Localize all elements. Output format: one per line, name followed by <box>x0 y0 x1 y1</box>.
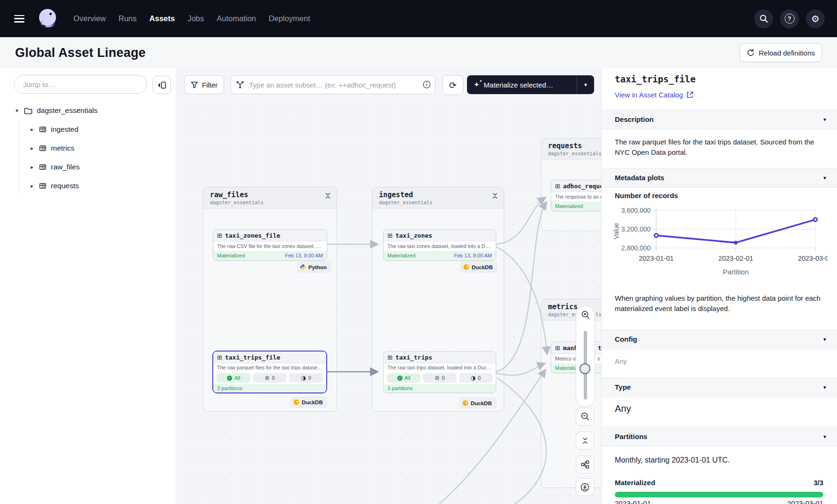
nav-item-deployment[interactable]: Deployment <box>269 14 310 23</box>
filter-label: Filter <box>202 81 217 89</box>
panel-collapse-icon <box>157 81 167 89</box>
search-icon <box>759 14 768 23</box>
asset-node-adhoc-request[interactable]: ⊞adhoc_request The response to an req Ma… <box>551 180 601 211</box>
view-in-asset-catalog-link[interactable]: View in Asset Catalog <box>615 91 693 99</box>
tree-item-raw-files[interactable]: ▸ raw_files <box>0 158 176 176</box>
section-metadata-plots[interactable]: Metadata plots ▾ <box>602 168 837 188</box>
jump-to-input[interactable] <box>14 75 147 94</box>
asset-name: taxi_zones <box>395 232 432 239</box>
group-name: ingested <box>379 191 497 199</box>
tree-item-metrics[interactable]: ▸ metrics <box>0 139 176 158</box>
badge-missing: ⊘0 <box>423 373 456 383</box>
sparkle-icon: ✦ <box>474 81 480 88</box>
half-circle-icon: ◑ <box>471 375 475 381</box>
lineage-graph: raw_files dagster_essentials ingested da… <box>176 68 601 504</box>
tree-item-ingested[interactable]: ▸ ingested <box>0 120 176 139</box>
materialization-time: Feb 13, 8:00 AM <box>285 251 323 260</box>
tech-tag-label: DuckDB <box>472 264 493 270</box>
collapse-group-icon[interactable] <box>325 192 331 199</box>
op-selection-icon <box>236 80 244 89</box>
section-type[interactable]: Type ▾ <box>602 377 837 397</box>
folder-icon <box>24 107 32 114</box>
status-badge: Materialized <box>555 201 583 211</box>
asset-node-taxi-trips[interactable]: ⊞taxi_trips The raw taxi trips dataset, … <box>383 351 496 393</box>
materialize-label: Materialize selected… <box>484 81 554 89</box>
materialize-main[interactable]: ✦ Materialize selected… <box>467 75 577 94</box>
search-button[interactable] <box>754 9 773 28</box>
refresh-button[interactable]: ⟳ <box>443 75 463 95</box>
partitions-count: 3 partitions <box>384 384 496 392</box>
nav-item-assets[interactable]: Assets <box>149 14 175 23</box>
badge-failed: ◑0 <box>459 373 492 383</box>
zoom-in-button[interactable] <box>576 310 595 320</box>
section-title: Metadata plots <box>615 174 664 182</box>
nav-items: Overview Runs Assets Jobs Automation Dep… <box>73 14 310 23</box>
collapse-group-icon[interactable] <box>492 192 498 199</box>
external-link-icon <box>686 91 693 98</box>
dagster-logo[interactable] <box>35 6 61 32</box>
zoom-out-icon <box>580 412 590 421</box>
settings-button[interactable]: ⚙ <box>806 9 825 28</box>
zoom-slider-panel <box>576 306 595 407</box>
slash-circle-icon: ⊘ <box>435 375 439 381</box>
materialization-time: Feb 13, 8:00 AM <box>454 251 492 260</box>
nav-item-overview[interactable]: Overview <box>73 14 106 23</box>
badge-materialized-all: ✓All <box>387 373 420 383</box>
caret-down-icon: ▾ <box>14 107 20 114</box>
materialized-count: 3/3 <box>813 479 823 487</box>
nav-item-runs[interactable]: Runs <box>119 14 137 23</box>
tech-tag-label: DuckDB <box>302 400 323 405</box>
tree-item-dagster-essentials[interactable]: ▾ dagster_essentials <box>0 101 176 120</box>
zoom-out-button[interactable] <box>576 408 594 425</box>
asset-node-taxi-zones[interactable]: ⊞taxi_zones The raw taxi zones dataset, … <box>383 229 496 261</box>
tree-item-label: raw_files <box>51 163 80 171</box>
config-value: Any <box>615 356 823 367</box>
section-partitions[interactable]: Partitions ▾ <box>602 427 837 447</box>
collapse-all-groups-button[interactable] <box>576 432 594 449</box>
number-of-records-chart: 2,800,0003,200,0003,600,0002023-01-01202… <box>611 203 828 279</box>
check-icon: ✓ <box>227 376 232 381</box>
badge-materialized-all: ✓All <box>217 373 250 383</box>
filter-button[interactable]: Filter <box>184 75 224 94</box>
caret-right-icon: ▸ <box>29 126 35 133</box>
tree-item-label: ingested <box>51 125 79 134</box>
help-button[interactable]: ? <box>780 9 799 28</box>
group-header: ingested dagster_essentials <box>372 187 504 208</box>
asset-group-tree: ▾ dagster_essentials ▸ ingested ▸ <box>0 101 176 195</box>
zoom-slider-handle[interactable] <box>579 363 590 374</box>
group-subtitle: dagster_essentials <box>210 200 330 205</box>
nav-item-jobs[interactable]: Jobs <box>187 14 204 23</box>
materialize-dropdown-button[interactable]: ▾ <box>577 75 594 94</box>
caret-right-icon: ▸ <box>29 145 35 152</box>
asset-description: The raw taxi zones dataset, loaded into … <box>384 241 496 251</box>
info-icon[interactable] <box>423 80 431 88</box>
asset-node-taxi-zones-file[interactable]: ⊞taxi_zones_file The raw CSV file for th… <box>213 229 327 261</box>
asset-description: The raw CSV file for the taxi zones data… <box>213 241 327 251</box>
menu-icon[interactable] <box>14 15 24 23</box>
layout-graph-button[interactable] <box>576 456 594 473</box>
description-text: The raw parquet files for the taxi trips… <box>615 137 823 158</box>
materialize-selected-button[interactable]: ✦ Materialize selected… ▾ <box>467 75 594 94</box>
badge-failed: ◑0 <box>289 373 323 383</box>
svg-text:Partition: Partition <box>723 268 748 276</box>
caret-down-icon: ▾ <box>823 168 826 187</box>
table-icon: ⊞ <box>555 345 560 351</box>
asset-node-taxi-trips-file-selected[interactable]: ⊞taxi_trips_file The raw parquet files f… <box>212 351 327 393</box>
table-icon: ⊞ <box>217 232 222 239</box>
tech-tag-label: DuckDB <box>471 400 492 406</box>
section-config[interactable]: Config ▾ <box>602 329 837 349</box>
nav-item-automation[interactable]: Automation <box>217 14 256 23</box>
tree-item-requests[interactable]: ▸ requests <box>0 176 176 195</box>
section-description[interactable]: Description ▾ <box>602 110 837 129</box>
collapse-groups-icon <box>582 437 588 444</box>
download-image-button[interactable] <box>576 478 594 496</box>
reload-definitions-button[interactable]: Reload definitions <box>740 43 822 62</box>
asset-subset-input[interactable] <box>231 75 435 94</box>
asset-subset-field <box>231 75 435 94</box>
asset-group-icon <box>39 164 47 170</box>
tree-item-label: dagster_essentials <box>37 106 97 115</box>
collapse-sidebar-button[interactable] <box>153 76 171 94</box>
nav-icon-buttons: ? ⚙ <box>754 9 825 28</box>
partitions-definition: Monthly, starting 2023-01-01 UTC. <box>615 455 823 465</box>
svg-text:2023-01-01: 2023-01-01 <box>639 255 674 262</box>
